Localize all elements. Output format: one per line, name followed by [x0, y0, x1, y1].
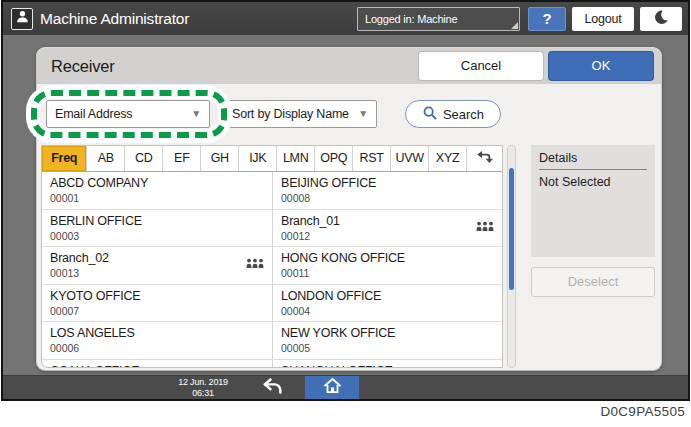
contact-name: HONG KONG OFFICE [281, 250, 494, 266]
contact-item[interactable]: LONDON OFFICE00004 [272, 285, 502, 323]
home-icon [323, 377, 342, 398]
contact-name: NEW YORK OFFICE [281, 325, 494, 341]
contact-id: 00005 [281, 342, 494, 355]
back-button[interactable] [253, 376, 293, 399]
contact-id: 00012 [281, 230, 494, 243]
contact-id: 00001 [50, 192, 264, 205]
back-icon [262, 377, 284, 399]
contact-name: LONDON OFFICE [281, 288, 494, 304]
tab-lmn[interactable]: LMN [276, 146, 314, 171]
chevron-down-icon: ▼ [358, 101, 368, 127]
figure-code: D0C9PA5505 [600, 404, 685, 419]
contact-id: 00004 [281, 305, 494, 318]
contact-name: Branch_01 [281, 213, 494, 229]
tab-freq[interactable]: Freq [42, 146, 86, 171]
tab-opq[interactable]: OPQ [314, 146, 352, 171]
titlebar-user-name: Machine Administrator [40, 10, 357, 28]
scrollbar-track[interactable] [507, 145, 516, 368]
time-text: 06:31 [163, 388, 243, 399]
group-icon [246, 255, 264, 273]
contact-id: 00007 [50, 305, 264, 318]
contact-item[interactable]: Branch_0200013 [42, 247, 272, 285]
switch-view-icon [476, 150, 493, 168]
chevron-down-icon: ▼ [191, 101, 201, 127]
scrollbar-thumb[interactable] [509, 168, 514, 290]
sort-dropdown[interactable]: Sort by Display Name ▼ [223, 100, 377, 128]
alpha-tabs: FreqABCDEFGHIJKLMNOPQRSTUVWXYZ [42, 146, 502, 172]
titlebar: Machine Administrator Logged in: Machine… [3, 2, 688, 35]
contact-name: SHANGHAI OFFICE [281, 363, 494, 369]
person-icon [15, 9, 30, 28]
help-button[interactable]: ? [528, 7, 566, 31]
deselect-button[interactable]: Deselect [531, 267, 655, 297]
contact-id: 00008 [281, 192, 494, 205]
search-label: Search [443, 107, 484, 122]
contact-name: OSAKA OFFICE [50, 363, 264, 369]
tab-ef[interactable]: EF [162, 146, 200, 171]
manual-figure: Machine Administrator Logged in: Machine… [0, 0, 691, 427]
contact-name: KYOTO OFFICE [50, 288, 264, 304]
crescent-moon-icon [653, 9, 669, 29]
contact-item[interactable]: NEW YORK OFFICE00005 [272, 322, 502, 360]
group-icon [476, 218, 494, 236]
contact-name: LOS ANGELES [50, 325, 264, 341]
ok-button[interactable]: OK [549, 52, 653, 80]
tab-ab[interactable]: AB [86, 146, 124, 171]
address-type-dropdown[interactable]: Email Address ▼ [46, 100, 210, 128]
dialog-header: Receiver Cancel OK [37, 48, 661, 84]
dialog-title: Receiver [51, 57, 419, 76]
contact-item[interactable]: KYOTO OFFICE00007 [42, 285, 272, 323]
details-panel: Details Not Selected [531, 145, 655, 257]
contact-item[interactable]: SHANGHAI OFFICE [272, 360, 502, 369]
tab-uvw[interactable]: UVW [390, 146, 428, 171]
address-type-value: Email Address [55, 107, 132, 121]
contact-name: BERLIN OFFICE [50, 213, 264, 229]
receiver-dialog: Receiver Cancel OK Email Address ▼ Sort … [37, 48, 661, 370]
contact-item[interactable]: BEIJING OFFICE00008 [272, 172, 502, 210]
corner-notch-icon [511, 22, 518, 29]
bottombar: 12 Jun. 2019 06:31 [3, 375, 688, 399]
datetime: 12 Jun. 2019 06:31 [163, 377, 243, 399]
contact-id: 00013 [50, 267, 264, 280]
contact-name: BEIJING OFFICE [281, 175, 494, 191]
tab-cd[interactable]: CD [124, 146, 162, 171]
contact-item[interactable]: ABCD COMPANY00001 [42, 172, 272, 210]
logout-button[interactable]: Logout [572, 7, 634, 31]
logged-in-label: Logged in: Machine Administrator [365, 13, 457, 31]
tab-rst[interactable]: RST [352, 146, 390, 171]
search-button[interactable]: Search [405, 100, 501, 128]
user-badge [11, 8, 33, 30]
details-title: Details [539, 151, 647, 170]
contact-item[interactable]: Branch_0100012 [272, 210, 502, 248]
contact-name: ABCD COMPANY [50, 175, 264, 191]
energy-saver-button[interactable] [640, 7, 682, 31]
contact-item[interactable]: BERLIN OFFICE00003 [42, 210, 272, 248]
contact-item[interactable]: LOS ANGELES00006 [42, 322, 272, 360]
tab-xyz[interactable]: XYZ [428, 146, 466, 171]
home-button[interactable] [305, 376, 359, 399]
search-icon [422, 105, 438, 124]
contact-grid: ABCD COMPANY00001BEIJING OFFICE00008BERL… [42, 172, 502, 368]
logged-in-dropdown[interactable]: Logged in: Machine Administrator [357, 7, 520, 31]
address-list-panel: FreqABCDEFGHIJKLMNOPQRSTUVWXYZ ABCD COMP… [41, 145, 503, 368]
contact-id: 00011 [281, 267, 494, 280]
contact-item[interactable]: OSAKA OFFICE [42, 360, 272, 369]
device-screen: Machine Administrator Logged in: Machine… [1, 0, 690, 401]
sort-value: Sort by Display Name [232, 107, 349, 121]
switch-address-book-button[interactable] [466, 146, 502, 171]
contact-item[interactable]: HONG KONG OFFICE00011 [272, 247, 502, 285]
details-status: Not Selected [539, 170, 647, 189]
date-text: 12 Jun. 2019 [163, 377, 243, 388]
contact-id: 00003 [50, 230, 264, 243]
tab-gh[interactable]: GH [200, 146, 238, 171]
contact-id: 00006 [50, 342, 264, 355]
tab-ijk[interactable]: IJK [238, 146, 276, 171]
cancel-button[interactable]: Cancel [419, 52, 543, 80]
contact-name: Branch_02 [50, 250, 264, 266]
